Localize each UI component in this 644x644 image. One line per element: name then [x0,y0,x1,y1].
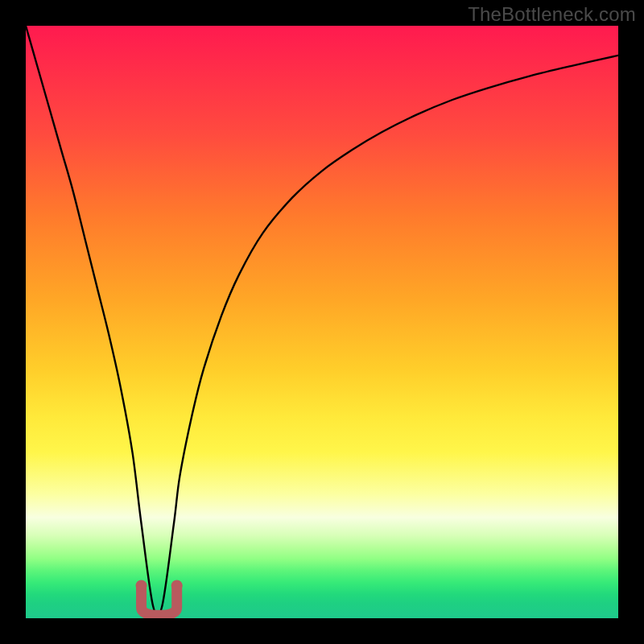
chart-frame: TheBottleneck.com [0,0,644,644]
valley-marker-dot-left [136,580,147,592]
plot-area [26,26,618,618]
bottleneck-curve [26,26,618,618]
watermark-text: TheBottleneck.com [468,3,636,26]
valley-marker-dot-right [171,580,183,592]
curve-path [26,26,618,617]
valley-marker [142,586,177,616]
